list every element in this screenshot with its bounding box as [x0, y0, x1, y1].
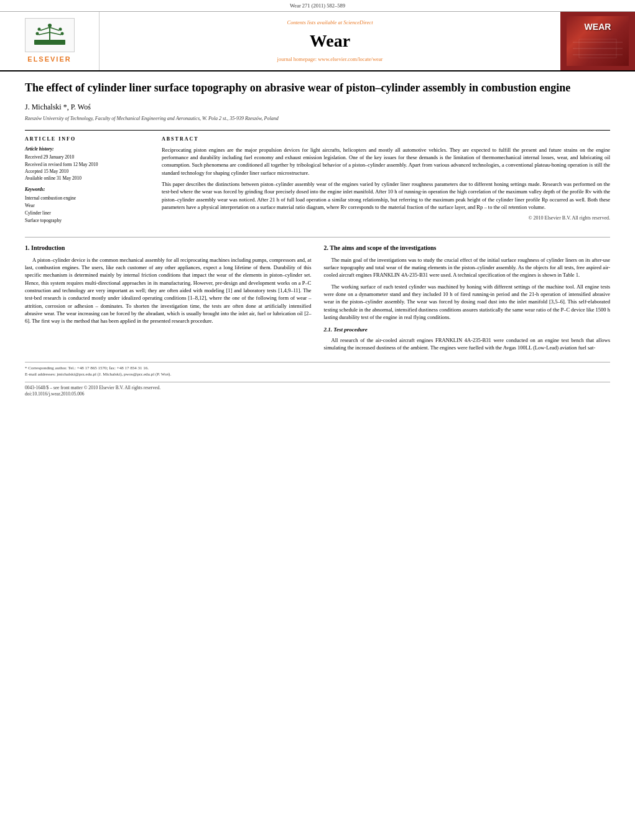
- email-note: E-mail addresses: jmichalski@prz.edu.pl …: [25, 371, 610, 378]
- article-content: The effect of cylinder liner surface top…: [0, 72, 635, 407]
- right-body-column: 2. The aims and scope of the investigati…: [324, 244, 611, 356]
- elsevier-wordmark: ELSEVIER: [27, 55, 71, 64]
- article-footer: * Corresponding author. Tel.: +48 17 865…: [25, 362, 610, 378]
- body-columns: 1. Introduction A piston–cylinder device…: [25, 244, 610, 356]
- aims-text: The main goal of the investigations was …: [324, 256, 611, 321]
- abstract-para-1: Reciprocating piston engines are the maj…: [162, 146, 610, 177]
- doi-text: doi:10.1016/j.wear.2010.05.006: [25, 391, 85, 397]
- aims-para-1: The main goal of the investigations was …: [324, 256, 611, 279]
- highlighted-text: one of: [232, 295, 246, 301]
- svg-point-6: [48, 24, 52, 27]
- page-wrapper: Wear 271 (2011) 582–589: [0, 0, 635, 407]
- article-title: The effect of cylinder liner surface top…: [25, 81, 610, 95]
- available-online-date: Available online 31 May 2010: [25, 175, 149, 182]
- article-keywords: Keywords: Internal combustion engine Wea…: [25, 187, 149, 224]
- affiliation-line: Rzeszów University of Technology, Facult…: [25, 115, 610, 122]
- section-divider: [25, 237, 610, 238]
- history-label: Article history:: [25, 146, 149, 153]
- sciencedirect-notice: Contents lists available at ScienceDirec…: [112, 19, 548, 27]
- article-history: Article history: Received 29 January 201…: [25, 146, 149, 182]
- intro-para-1: A piston–cylinder device is the common m…: [25, 256, 312, 325]
- article-metadata-section: ARTICLE INFO Article history: Received 2…: [25, 130, 610, 229]
- journal-header: ELSEVIER Contents lists available at Sci…: [0, 12, 635, 72]
- intro-title: Introduction: [31, 244, 65, 251]
- svg-line-3: [50, 27, 59, 30]
- svg-point-9: [35, 32, 39, 35]
- svg-point-7: [37, 27, 40, 30]
- abstract-column: ABSTRACT Reciprocating piston engines ar…: [162, 136, 610, 229]
- publisher-logo-area: ELSEVIER: [0, 12, 100, 70]
- journal-citation: Wear 271 (2011) 582–589: [0, 0, 635, 12]
- keyword-3: Cylinder liner: [25, 210, 149, 217]
- aims-number: 2.: [324, 244, 329, 251]
- test-procedure-text: All research of the air-cooled aircraft …: [324, 336, 611, 352]
- elsevier-logo: ELSEVIER: [25, 18, 75, 64]
- elsevier-emblem: [25, 18, 75, 52]
- article-info-label: ARTICLE INFO: [25, 136, 149, 142]
- bottom-bar: 0043-1648/$ – see front matter © 2010 El…: [25, 382, 610, 398]
- copyright-notice: © 2010 Elsevier B.V. All rights reserved…: [162, 215, 610, 221]
- svg-rect-0: [34, 40, 65, 45]
- wear-cover-graphic: WEAR: [567, 16, 629, 66]
- keyword-2: Wear: [25, 202, 149, 210]
- svg-line-2: [40, 27, 50, 30]
- introduction-text: A piston–cylinder device is the common m…: [25, 256, 312, 325]
- test-proc-number: 2.1.: [324, 326, 333, 333]
- wear-cover-title: WEAR: [585, 21, 611, 34]
- issn-text: 0043-1648/$ – see front matter © 2010 El…: [25, 385, 160, 390]
- test-proc-para-1: All research of the air-cooled aircraft …: [324, 336, 611, 352]
- keywords-label: Keywords:: [25, 187, 149, 193]
- journal-homepage-line: journal homepage: www.elsevier.com/locat…: [112, 56, 548, 63]
- svg-line-5: [50, 32, 61, 35]
- accepted-date: Accepted 15 May 2010: [25, 168, 149, 175]
- keyword-1: Internal combustion engine: [25, 195, 149, 202]
- svg-point-8: [58, 27, 62, 30]
- keyword-4: Surface topography: [25, 217, 149, 224]
- authors-line: J. Michalski *, P. Woś: [25, 102, 610, 113]
- intro-number: 1.: [25, 244, 30, 251]
- authors-text: J. Michalski *, P. Woś: [25, 103, 91, 111]
- sciencedirect-link-text[interactable]: ScienceDirect: [343, 19, 373, 25]
- introduction-heading: 1. Introduction: [25, 244, 312, 252]
- svg-line-4: [39, 32, 50, 35]
- journal-cover-image: WEAR: [560, 12, 635, 70]
- aims-heading: 2. The aims and scope of the investigati…: [324, 244, 611, 252]
- article-info-column: ARTICLE INFO Article history: Received 2…: [25, 136, 149, 229]
- test-proc-title: Test procedure: [333, 326, 367, 333]
- test-procedure-heading: 2.1. Test procedure: [324, 326, 611, 334]
- svg-point-10: [60, 32, 63, 35]
- aims-title: The aims and scope of the investigations: [330, 244, 436, 251]
- homepage-link[interactable]: www.elsevier.com/locate/wear: [318, 56, 382, 62]
- aims-para-2: The working surface of each tested cylin…: [324, 283, 611, 321]
- journal-title-area: Contents lists available at ScienceDirec…: [100, 12, 560, 70]
- left-body-column: 1. Introduction A piston–cylinder device…: [25, 244, 312, 356]
- abstract-label: ABSTRACT: [162, 136, 610, 142]
- corresponding-author-note: * Corresponding author. Tel.: +48 17 865…: [25, 365, 610, 372]
- journal-name-heading: Wear: [112, 29, 548, 53]
- received-revised-date: Received in revised form 12 May 2010: [25, 161, 149, 168]
- received-date: Received 29 January 2010: [25, 154, 149, 160]
- abstract-para-2: This paper describes the distinctions be…: [162, 180, 610, 211]
- journal-volume-text: Wear 271 (2011) 582–589: [290, 2, 345, 9]
- abstract-text-block: Reciprocating piston engines are the maj…: [162, 146, 610, 211]
